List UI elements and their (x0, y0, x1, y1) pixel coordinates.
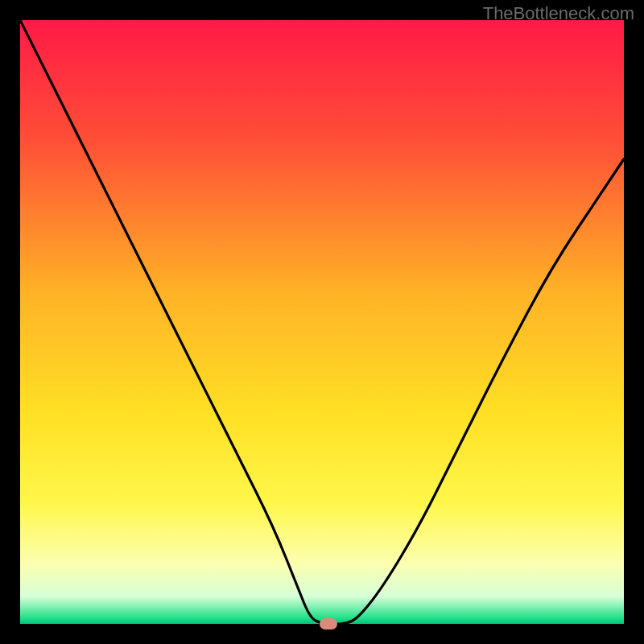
minimum-marker (320, 618, 337, 630)
watermark-label: TheBottleneck.com (483, 3, 634, 24)
gradient-background (20, 20, 624, 624)
plot-area (20, 20, 624, 624)
chart-frame: TheBottleneck.com (0, 0, 644, 644)
chart-svg (20, 20, 624, 624)
